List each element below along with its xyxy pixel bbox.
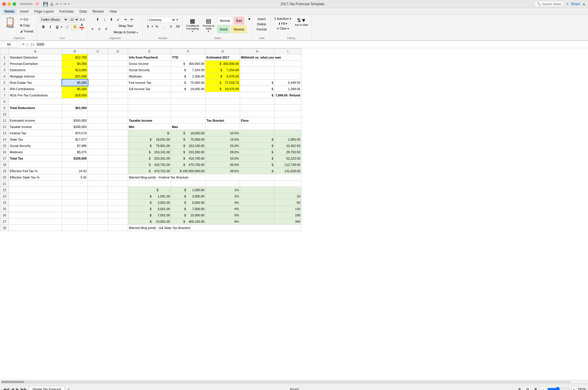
cell-g8[interactable] [206,98,240,105]
cell-c19[interactable] [88,168,108,174]
cell-d20[interactable] [108,174,128,181]
cell-h27[interactable] [240,218,274,225]
cell-d1[interactable] [108,54,128,61]
cell-d3[interactable] [108,67,128,73]
undo-icon[interactable]: ↩ [55,2,59,6]
cell-f13[interactable]: $ 18,650.00 [171,130,206,136]
cell-e23[interactable]: $ 1,001.00 [128,193,171,199]
cell-b22[interactable] [62,187,88,193]
cell-b1[interactable]: $12,700 [62,54,88,61]
align-top-button[interactable]: ⬆ [94,17,101,22]
cell-f16[interactable]: $ 233,350.00 [171,149,206,155]
cell-e19[interactable]: $ 470,701.00 [128,168,171,174]
cell-h1[interactable]: Withheld vs. what you owe [240,54,301,61]
menu-data[interactable]: Data [77,9,89,14]
cell-c6[interactable] [88,86,108,92]
conditional-formatting-dropdown[interactable]: ▾ [192,30,193,33]
cell-g24[interactable]: 3% [206,199,240,206]
cell-b8[interactable] [62,98,88,105]
ribbon-collapse-icon[interactable]: ▲ [582,2,586,6]
style-neutral[interactable]: Neutral [231,25,246,33]
merge-center-button[interactable]: Merge & Center ▾ [111,29,141,35]
cell-c28[interactable] [88,225,108,231]
share-label[interactable]: Share [571,2,580,6]
align-right-button[interactable]: ≡ [103,26,109,32]
cell-c17[interactable] [88,155,108,162]
cell-h8[interactable] [240,98,274,105]
cell-f2[interactable]: $ 300,000.00 [171,61,206,67]
col-header-e[interactable]: E [128,48,171,54]
cell-b14[interactable]: $17,077 [62,136,88,143]
cell-i27[interactable]: 340 [274,218,301,225]
cell-h12[interactable] [240,124,274,130]
cell-e12[interactable]: Min [128,124,171,130]
cell-e25[interactable]: $ 5,001.00 [128,206,171,212]
row-header-27[interactable]: 27 [0,218,9,225]
cut-button[interactable]: ✂ Cut [18,17,35,22]
row-header-23[interactable]: 23 [0,193,9,199]
cell-a13[interactable]: Federal Tax [9,130,62,136]
cell-f7[interactable] [171,92,206,98]
align-left-button[interactable]: ≡ [89,26,96,32]
cell-b21[interactable] [62,181,88,187]
cell-d23[interactable] [108,193,128,199]
add-sheet-button[interactable]: + [65,386,72,390]
cell-f8[interactable] [171,98,206,105]
cell-c25[interactable] [88,206,108,212]
cell-d24[interactable] [108,199,128,206]
cell-e15[interactable]: $ 75,901.00 [128,143,171,149]
align-center-button[interactable]: ≡ [96,26,102,32]
cell-b10[interactable] [62,111,88,117]
cell-reference-input[interactable] [1,42,17,47]
cell-c2[interactable] [88,61,108,67]
cell-d21[interactable] [108,181,128,187]
percent-button[interactable]: % [154,24,160,29]
row-header-16[interactable]: 16 [0,149,9,155]
cell-i10[interactable] [274,111,301,117]
italic-button[interactable]: I [47,24,53,30]
zoom-in-button[interactable]: + [571,387,577,390]
cell-a1[interactable]: Standard Deduction [9,54,62,61]
menu-formulas[interactable]: Formulas [57,9,76,14]
cell-g23[interactable]: 2% [206,193,240,199]
col-header-i[interactable]: I [274,48,301,54]
cell-i12[interactable] [274,124,301,130]
cell-h5[interactable]: $ [240,79,274,86]
hscroll-thumb[interactable] [1,381,24,383]
cell-i2[interactable] [274,61,301,67]
cell-c21[interactable] [88,181,108,187]
cell-c22[interactable] [88,187,108,193]
cell-g6[interactable]: $ 18,475.00 [206,86,240,92]
cell-h22[interactable] [240,187,274,193]
redo-icon[interactable]: ↪ [63,2,67,6]
cell-i15[interactable]: 10,452.50 [274,143,301,149]
copy-button[interactable]: ⧉ Copy [18,23,35,28]
cell-b6[interactable]: $5,500 [62,86,88,92]
cell-a24[interactable] [9,199,62,206]
row-header-3[interactable]: 3 [0,67,9,73]
font-family-select[interactable]: Calibri (Body) [40,17,68,22]
cell-b27[interactable] [62,218,88,225]
format-painter-button[interactable]: 🖌 Format [18,29,35,34]
cell-d10[interactable] [108,111,128,117]
cell-h23[interactable] [240,193,274,199]
cell-f4[interactable]: $ 2,366.00 [171,73,206,79]
col-header-h[interactable]: H [240,48,274,54]
cell-b16[interactable]: $5,075 [62,149,88,155]
cell-a16[interactable]: Medicare [9,149,62,155]
horizontal-scrollbar[interactable] [0,380,588,384]
cell-b9[interactable]: $61,050 [62,105,88,111]
more-tools-icon[interactable]: ▾ [68,3,70,5]
decrease-font-icon[interactable]: A [83,18,85,21]
cell-h15[interactable]: $ [240,143,274,149]
cell-h9[interactable] [240,105,274,111]
maximize-button[interactable] [13,2,16,6]
cell-a8[interactable] [9,98,62,105]
indent-decrease-button[interactable]: ⇤ [129,17,135,22]
cell-g1[interactable]: Estimated 2017 [206,54,240,61]
cell-e13[interactable]: $- [128,130,171,136]
cell-i18[interactable]: 112,728.00 [274,162,301,168]
menu-home[interactable]: Home [2,9,16,14]
row-header-9[interactable]: 9 [0,105,9,111]
cell-a27[interactable] [9,218,62,225]
